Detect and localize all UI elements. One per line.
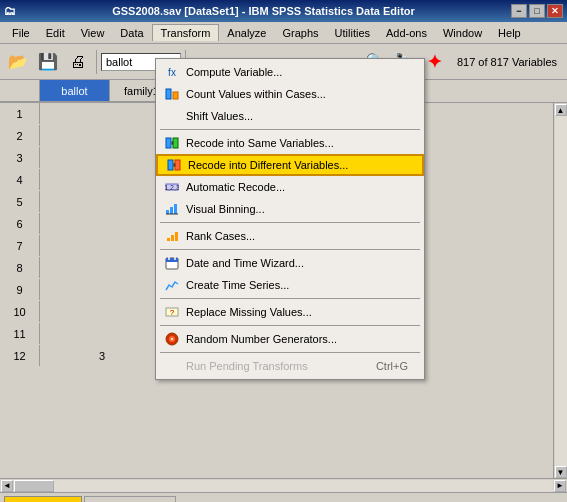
recode-diff-icon (166, 157, 182, 173)
cell[interactable] (40, 235, 110, 256)
count-icon (164, 86, 180, 102)
scroll-track[interactable] (555, 116, 567, 466)
vertical-scrollbar[interactable]: ▲ ▼ (553, 103, 567, 478)
random-icon (164, 331, 180, 347)
cell[interactable] (40, 257, 110, 278)
print-button[interactable]: 🖨 (64, 48, 92, 76)
menu-label: Run Pending Transforms (186, 360, 308, 372)
svg-rect-16 (166, 258, 178, 262)
svg-rect-12 (167, 238, 170, 241)
toolbar-separator-1 (96, 50, 97, 74)
menu-transform[interactable]: Transform (152, 24, 220, 41)
bottom-tabs: Data View Variable View (0, 492, 567, 502)
row-num: 8 (0, 257, 40, 278)
close-button[interactable]: ✕ (547, 4, 563, 18)
menu-recode-different[interactable]: Recode into Different Variables... (156, 154, 424, 176)
svg-text:1,2,3: 1,2,3 (165, 184, 179, 191)
svg-rect-9 (170, 207, 173, 214)
menu-separator-3 (160, 249, 420, 250)
svg-rect-14 (175, 232, 178, 241)
menu-time-series[interactable]: Create Time Series... (156, 274, 424, 296)
scroll-down-button[interactable]: ▼ (555, 466, 567, 478)
visual-binning-icon (164, 201, 180, 217)
cell[interactable] (40, 103, 110, 124)
cell[interactable]: 3 (40, 345, 110, 366)
row-num: 6 (0, 213, 40, 234)
cell[interactable] (40, 213, 110, 234)
shortcut-label: Ctrl+G (376, 360, 408, 372)
menu-compute-variable[interactable]: fx Compute Variable... (156, 61, 424, 83)
row-num: 1 (0, 103, 40, 124)
save-button[interactable]: 💾 (34, 48, 62, 76)
tab-variable-view[interactable]: Variable View (84, 496, 176, 502)
menu-edit[interactable]: Edit (38, 25, 73, 41)
menu-replace-missing[interactable]: ? Replace Missing Values... (156, 301, 424, 323)
cell[interactable] (40, 191, 110, 212)
auto-recode-icon: 1,2,3 (164, 179, 180, 195)
tab-data-view[interactable]: Data View (4, 496, 82, 502)
scroll-right-button[interactable]: ► (554, 480, 566, 492)
menu-separator-4 (160, 298, 420, 299)
compute-icon: fx (164, 64, 180, 80)
scroll-left-button[interactable]: ◄ (1, 480, 13, 492)
menu-label: Recode into Same Variables... (186, 137, 334, 149)
menu-date-time[interactable]: Date and Time Wizard... (156, 252, 424, 274)
cell[interactable] (40, 323, 110, 344)
menu-random-number[interactable]: Random Number Generators... (156, 328, 424, 350)
scroll-up-button[interactable]: ▲ (555, 104, 567, 116)
menu-file[interactable]: File (4, 25, 38, 41)
row-num: 4 (0, 169, 40, 190)
cell[interactable] (40, 279, 110, 300)
recode-same-icon (164, 135, 180, 151)
menu-separator-1 (160, 129, 420, 130)
menu-label: Recode into Different Variables... (188, 159, 348, 171)
menu-data[interactable]: Data (112, 25, 151, 41)
svg-rect-8 (166, 210, 169, 214)
row-num: 5 (0, 191, 40, 212)
svg-rect-10 (174, 204, 177, 214)
rank-icon (164, 228, 180, 244)
run-pending-icon (164, 358, 180, 374)
menu-label: Random Number Generators... (186, 333, 337, 345)
menu-separator-2 (160, 222, 420, 223)
menu-analyze[interactable]: Analyze (219, 25, 274, 41)
menu-addons[interactable]: Add-ons (378, 25, 435, 41)
menu-visual-binning[interactable]: Visual Binning... (156, 198, 424, 220)
menu-recode-same[interactable]: Recode into Same Variables... (156, 132, 424, 154)
row-num-header (0, 80, 40, 102)
menu-utilities[interactable]: Utilities (327, 25, 378, 41)
open-button[interactable]: 📂 (4, 48, 32, 76)
menu-view[interactable]: View (73, 25, 113, 41)
menu-window[interactable]: Window (435, 25, 490, 41)
row-num: 11 (0, 323, 40, 344)
cell[interactable] (40, 301, 110, 322)
maximize-button[interactable]: □ (529, 4, 545, 18)
menu-rank-cases[interactable]: Rank Cases... (156, 225, 424, 247)
title-bar: 🗂 GSS2008.sav [DataSet1] - IBM SPSS Stat… (0, 0, 567, 22)
hscroll-track[interactable] (14, 480, 553, 492)
minimize-button[interactable]: − (511, 4, 527, 18)
cell[interactable] (40, 125, 110, 146)
spss-icon: ✦ (421, 48, 449, 76)
menu-count-values[interactable]: Count Values within Cases... (156, 83, 424, 105)
horizontal-scrollbar[interactable]: ◄ ► (0, 478, 567, 492)
cell[interactable] (40, 147, 110, 168)
window-controls: − □ ✕ (511, 4, 563, 18)
var-count: 817 of 817 Variables (451, 56, 563, 68)
menu-graphs[interactable]: Graphs (274, 25, 326, 41)
menu-shift-values[interactable]: Shift Values... (156, 105, 424, 127)
row-num: 7 (0, 235, 40, 256)
row-num: 9 (0, 279, 40, 300)
menu-separator-5 (160, 325, 420, 326)
row-num: 3 (0, 147, 40, 168)
cell[interactable] (40, 169, 110, 190)
hscroll-thumb[interactable] (14, 480, 54, 492)
col-header-ballot[interactable]: ballot (40, 80, 110, 102)
time-series-icon (164, 277, 180, 293)
svg-rect-2 (166, 138, 171, 148)
replace-missing-icon: ? (164, 304, 180, 320)
menu-help[interactable]: Help (490, 25, 529, 41)
menu-label: Date and Time Wizard... (186, 257, 304, 269)
menu-auto-recode[interactable]: 1,2,3 Automatic Recode... (156, 176, 424, 198)
svg-rect-1 (173, 92, 178, 99)
